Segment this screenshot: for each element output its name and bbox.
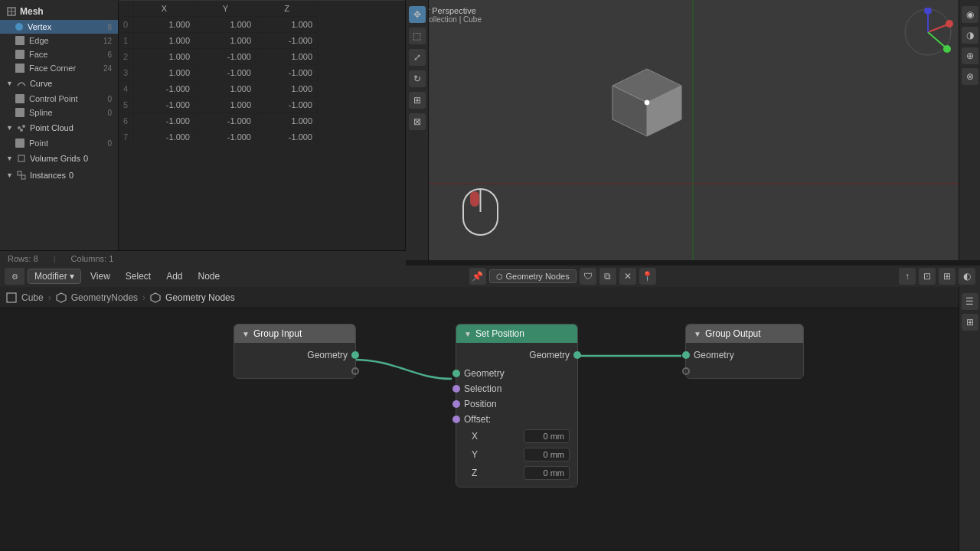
view-options-2[interactable]: ⊡ [919,268,936,285]
mesh-icon [6,6,17,17]
rows-info: Rows: 8 [8,254,38,263]
mesh-sidebar: Mesh Vertex 8 Edge 12 Face 6 Face Corner… [0,0,119,259]
node-tool-1[interactable]: ☰ [962,293,978,310]
svg-text:Z: Z [926,8,930,15]
spline-label: Spline [29,108,53,117]
add-menu[interactable]: Add [160,269,188,284]
group-input-empty-socket [351,367,359,375]
row-3-index: 3 [119,65,134,81]
node-menu[interactable]: Node [192,269,227,284]
select-box-tool[interactable]: ⬚ [409,28,426,44]
pin2-icon[interactable]: 📍 [639,268,656,285]
mouse-icon [459,185,501,245]
row-3-x: 1.000 [134,65,195,81]
offset-y-value[interactable]: 0 mm [524,448,570,461]
offset-y-label: Y [472,449,478,460]
offset-z-value[interactable]: 0 mm [524,466,570,480]
row-7-z: -1.000 [256,129,318,145]
group-output-node: ▼ Group Output Geometry [685,324,804,379]
control-point-label: Control Point [29,94,78,103]
mesh-item-vertex[interactable]: Vertex 8 [0,20,118,34]
group-input-empty-row [242,369,348,373]
row-7-x: -1.000 [134,129,195,145]
select-menu[interactable]: Select [119,269,157,284]
gizmo-icon[interactable]: ⊗ [962,68,978,85]
row-4-x: -1.000 [134,81,195,97]
svg-rect-6 [18,155,24,161]
cursor-tool[interactable]: ✥ [409,6,426,23]
copy-icon[interactable]: ⧉ [599,268,616,285]
overlay-icon[interactable]: ⊕ [962,47,978,64]
node-editor[interactable]: ▼ Group Input Geometry ▼ Set Position Ge… [0,308,980,551]
rotate-tool[interactable]: ↻ [409,70,426,87]
shield-icon[interactable]: 🛡 [580,268,596,285]
move-tool[interactable]: ⤢ [409,49,426,66]
set-pos-offset-label: Offset: [464,414,491,425]
group-input-title: Group Input [253,328,302,339]
viewport[interactable]: User Perspective (1) Collection | Cube X [406,0,980,260]
row-2-index: 2 [119,49,134,65]
offset-y-row: Y 0 mm [464,445,570,464]
gn-breadcrumb-icon [56,292,67,303]
instances-section[interactable]: ▼ Instances 0 [0,167,118,184]
render-icon[interactable]: ◉ [962,6,978,23]
close-icon[interactable]: ✕ [619,268,636,285]
node-tool-2[interactable]: ⊞ [962,314,978,331]
edge-count: 12 [103,37,112,45]
instances-count: 0 [69,171,74,180]
face-icon [15,50,24,59]
edge-icon [15,36,24,45]
table-grid: X Y Z 0 1.000 1.000 1.000 1 1.000 1.000 … [119,0,405,145]
svg-line-23 [928,32,946,47]
scale-tool[interactable]: ⊞ [409,92,426,109]
volume-icon [16,153,27,164]
face-corner-count: 24 [103,64,112,73]
row-6-z: 1.000 [256,113,318,129]
offset-x-row: X 0 mm [464,427,570,445]
row-0-y: 1.000 [195,17,256,33]
mesh-item-edge[interactable]: Edge 12 [0,34,118,47]
set-pos-selection-socket [452,385,460,393]
offset-x-value[interactable]: 0 mm [524,429,570,443]
breadcrumb-geonodes2[interactable]: Geometry Nodes [165,292,235,303]
svg-text:X: X [946,21,950,28]
volume-grids-section[interactable]: ▼ Volume Grids 0 [0,150,118,167]
nav-gizmo[interactable]: X Y Z [903,8,953,60]
point-cloud-section[interactable]: ▼ Point Cloud [0,119,118,136]
view-menu[interactable]: View [84,269,116,284]
svg-text:Y: Y [945,46,949,53]
transform-tool[interactable]: ⊠ [409,113,426,130]
editor-type-icon[interactable]: ⚙ [5,268,24,285]
breadcrumb-geonodes[interactable]: GeometryNodes [71,292,138,303]
gn-label: Geometry Nodes [506,272,570,281]
pin-icon[interactable]: 📌 [469,268,486,285]
breadcrumb-cube[interactable]: Cube [21,292,44,303]
curve-section[interactable]: ▼ Curve [0,75,118,92]
offset-x-label: X [472,431,478,442]
vertex-count: 8 [107,23,112,31]
mesh-item-face[interactable]: Face 6 [0,47,118,61]
point-cloud-label: Point Cloud [30,123,74,132]
group-output-empty-row [694,369,795,373]
svg-rect-7 [18,171,21,175]
group-output-geometry-row: Geometry [694,347,795,363]
row-5-index: 5 [119,97,134,113]
mesh-item-point[interactable]: Point 0 [0,136,118,150]
viewport-shading[interactable]: ◑ [962,27,978,44]
col-header-y: Y [195,1,256,17]
mesh-item-face-corner[interactable]: Face Corner 24 [0,61,118,75]
view-options-3[interactable]: ⊞ [939,268,956,285]
node-top-bar: ⚙ Modifier ▾ View Select Add Node 📌 ⬡ Ge… [0,266,980,287]
group-input-geometry-socket [351,351,359,359]
mesh-label: Mesh [20,6,44,17]
mesh-item-control-point[interactable]: Control Point 0 [0,92,118,106]
mesh-item-spline[interactable]: Spline 0 [0,106,118,119]
row-7-y: -1.000 [195,129,256,145]
view-options-4[interactable]: ◐ [959,268,975,285]
row-4-index: 4 [119,81,134,97]
modifier-button[interactable]: Modifier ▾ [28,269,81,284]
view-options-1[interactable]: ↑ [899,268,916,285]
group-input-body: Geometry [234,343,355,378]
point-icon [15,139,24,148]
row-4-y: 1.000 [195,81,256,97]
